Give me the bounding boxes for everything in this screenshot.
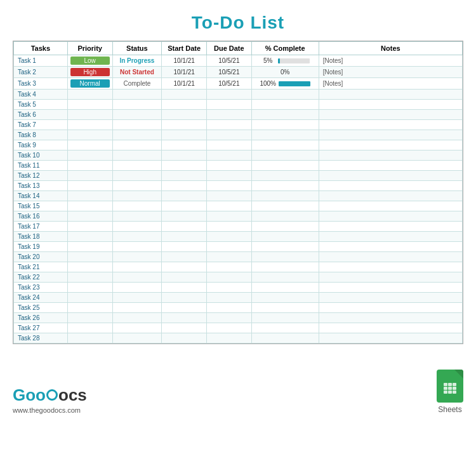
task-complete[interactable] — [251, 191, 319, 201]
task-duedate[interactable] — [206, 272, 251, 283]
task-complete[interactable] — [251, 161, 319, 171]
task-complete[interactable] — [251, 232, 319, 242]
task-label[interactable]: Task 8 — [14, 130, 68, 140]
task-duedate[interactable] — [206, 242, 251, 252]
task-notes[interactable] — [319, 100, 462, 110]
task-status[interactable]: Not Started — [112, 67, 162, 78]
task-status[interactable] — [112, 303, 162, 313]
task-priority[interactable] — [67, 323, 112, 333]
task-notes[interactable] — [319, 283, 462, 293]
task-label[interactable]: Task 6 — [14, 110, 68, 120]
task-duedate[interactable]: 10/5/21 — [206, 78, 251, 90]
task-label[interactable]: Task 22 — [14, 272, 68, 283]
task-startdate[interactable] — [162, 333, 207, 344]
task-complete[interactable] — [251, 333, 319, 344]
task-priority[interactable] — [67, 293, 112, 303]
task-priority[interactable] — [67, 313, 112, 323]
task-duedate[interactable] — [206, 323, 251, 333]
task-complete[interactable] — [251, 100, 319, 110]
task-notes[interactable] — [319, 150, 462, 161]
task-duedate[interactable] — [206, 140, 251, 150]
task-notes[interactable]: [Notes] — [319, 78, 462, 90]
task-priority[interactable] — [67, 110, 112, 120]
task-complete[interactable]: 0% — [251, 67, 319, 78]
task-status[interactable] — [112, 283, 162, 293]
task-label[interactable]: Task 23 — [14, 283, 68, 293]
task-startdate[interactable] — [162, 323, 207, 333]
task-complete[interactable] — [251, 140, 319, 150]
task-label[interactable]: Task 3 — [14, 78, 68, 90]
task-startdate[interactable] — [162, 140, 207, 150]
task-notes[interactable] — [319, 110, 462, 120]
task-label[interactable]: Task 19 — [14, 242, 68, 252]
task-duedate[interactable] — [206, 211, 251, 222]
task-notes[interactable] — [319, 222, 462, 232]
task-label[interactable]: Task 9 — [14, 140, 68, 150]
task-complete[interactable] — [251, 252, 319, 262]
task-duedate[interactable] — [206, 201, 251, 211]
task-label[interactable]: Task 15 — [14, 201, 68, 211]
task-priority[interactable]: High — [67, 67, 112, 78]
task-notes[interactable] — [319, 252, 462, 262]
task-priority[interactable] — [67, 333, 112, 344]
task-status[interactable] — [112, 242, 162, 252]
task-duedate[interactable] — [206, 283, 251, 293]
task-status[interactable] — [112, 110, 162, 120]
task-label[interactable]: Task 13 — [14, 181, 68, 191]
task-notes[interactable] — [319, 171, 462, 181]
task-startdate[interactable] — [162, 120, 207, 130]
task-notes[interactable] — [319, 181, 462, 191]
task-duedate[interactable] — [206, 191, 251, 201]
task-label[interactable]: Task 7 — [14, 120, 68, 130]
task-label[interactable]: Task 10 — [14, 150, 68, 161]
task-complete[interactable]: 5% — [251, 55, 319, 67]
task-notes[interactable] — [319, 161, 462, 171]
task-priority[interactable] — [67, 161, 112, 171]
task-duedate[interactable] — [206, 232, 251, 242]
task-complete[interactable] — [251, 120, 319, 130]
task-startdate[interactable] — [162, 252, 207, 262]
task-label[interactable]: Task 27 — [14, 323, 68, 333]
task-priority[interactable] — [67, 262, 112, 272]
task-complete[interactable] — [251, 242, 319, 252]
task-startdate[interactable] — [162, 191, 207, 201]
task-complete[interactable] — [251, 171, 319, 181]
task-complete[interactable] — [251, 90, 319, 100]
task-notes[interactable] — [319, 323, 462, 333]
task-notes[interactable] — [319, 201, 462, 211]
task-startdate[interactable] — [162, 242, 207, 252]
task-notes[interactable] — [319, 242, 462, 252]
task-status[interactable] — [112, 120, 162, 130]
task-priority[interactable] — [67, 303, 112, 313]
task-status[interactable] — [112, 313, 162, 323]
task-priority[interactable] — [67, 252, 112, 262]
task-notes[interactable] — [319, 140, 462, 150]
task-priority[interactable] — [67, 150, 112, 161]
task-startdate[interactable] — [162, 303, 207, 313]
task-priority[interactable] — [67, 181, 112, 191]
task-status[interactable] — [112, 140, 162, 150]
task-startdate[interactable] — [162, 211, 207, 222]
task-status[interactable] — [112, 211, 162, 222]
task-startdate[interactable] — [162, 110, 207, 120]
task-notes[interactable] — [319, 293, 462, 303]
task-notes[interactable] — [319, 130, 462, 140]
task-status[interactable] — [112, 262, 162, 272]
task-complete[interactable] — [251, 293, 319, 303]
task-notes[interactable] — [319, 90, 462, 100]
task-duedate[interactable] — [206, 262, 251, 272]
task-notes[interactable]: [Notes] — [319, 55, 462, 67]
task-notes[interactable] — [319, 333, 462, 344]
task-status[interactable] — [112, 232, 162, 242]
task-complete[interactable] — [251, 201, 319, 211]
task-priority[interactable] — [67, 232, 112, 242]
task-duedate[interactable]: 10/5/21 — [206, 55, 251, 67]
task-startdate[interactable] — [162, 232, 207, 242]
task-startdate[interactable] — [162, 262, 207, 272]
task-label[interactable]: Task 24 — [14, 293, 68, 303]
task-priority[interactable] — [67, 130, 112, 140]
task-label[interactable]: Task 25 — [14, 303, 68, 313]
task-duedate[interactable] — [206, 100, 251, 110]
task-status[interactable] — [112, 222, 162, 232]
task-label[interactable]: Task 2 — [14, 67, 68, 78]
